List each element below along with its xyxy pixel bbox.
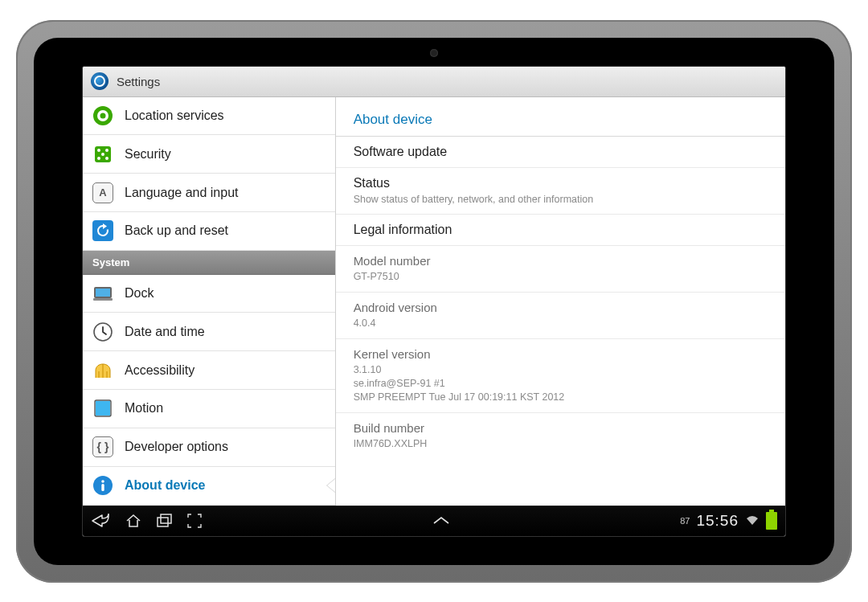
sidebar-item-date-time[interactable]: Date and time [83,313,335,351]
row-value: IMM76D.XXLPH [354,437,768,451]
dock-icon [92,283,113,304]
sidebar-item-location-services[interactable]: Location services [83,97,335,136]
row-title: Model number [354,254,768,268]
svg-rect-20 [161,514,171,523]
svg-rect-11 [96,289,110,297]
sidebar-item-label: Date and time [125,325,205,339]
back-button[interactable] [91,514,110,528]
expand-panel-button[interactable] [431,515,452,526]
app-header: Settings [83,67,785,97]
svg-point-2 [100,113,106,118]
system-navbar: 87 15:56 [83,506,785,536]
home-button[interactable] [125,514,142,528]
row-model-number: Model number GT-P7510 [336,246,785,293]
sidebar-item-label: Security [125,147,171,162]
row-title: Build number [354,421,768,435]
row-title: Android version [354,301,768,314]
sidebar-item-label: Dock [125,286,154,301]
backup-reset-icon [92,220,113,241]
row-kernel-version: Kernel version 3.1.10 se.infra@SEP-91 #1… [336,339,785,413]
sidebar-item-label: Location services [125,109,224,123]
row-title: Status [354,176,768,190]
row-software-update[interactable]: Software update [336,137,785,168]
svg-point-6 [101,153,104,156]
screenshot-button[interactable] [187,514,202,528]
motion-icon [92,398,113,419]
clock-icon [92,321,113,342]
developer-icon: { } [92,436,113,457]
sidebar-item-dock[interactable]: Dock [83,275,335,313]
row-subtitle: Show status of battery, network, and oth… [354,193,768,207]
svg-rect-19 [158,518,168,526]
content-title: About device [336,105,785,137]
svg-point-7 [97,157,100,160]
settings-gear-icon [91,72,108,90]
svg-rect-12 [93,298,113,301]
svg-point-17 [101,480,104,483]
sidebar-item-label: Back up and reset [125,223,228,238]
sidebar-item-backup-reset[interactable]: Back up and reset [83,212,335,251]
battery-icon [766,512,777,530]
sidebar-item-accessibility[interactable]: Accessibility [83,351,335,390]
battery-percentage: 87 [680,516,690,526]
sidebar-item-motion[interactable]: Motion [83,390,335,428]
svg-rect-15 [96,401,110,416]
sidebar-item-security[interactable]: Security [83,135,335,174]
sidebar-item-language-input[interactable]: A Language and input [83,174,335,212]
row-value: GT-P7510 [354,270,768,284]
row-android-version[interactable]: Android version 4.0.4 [336,293,785,339]
row-title: Software update [354,145,768,159]
accessibility-icon [92,360,113,381]
svg-rect-9 [92,220,113,241]
sidebar-item-label: About device [125,478,205,493]
location-icon [92,105,113,126]
row-build-number[interactable]: Build number IMM76D.XXLPH [336,413,785,459]
row-status[interactable]: Status Show status of battery, network, … [336,168,785,215]
sidebar-item-developer-options[interactable]: { } Developer options [83,428,335,467]
settings-sidebar: Location services Security A Language an… [83,97,336,506]
row-title: Kernel version [354,347,768,361]
sidebar-item-label: Developer options [125,440,228,454]
sidebar-item-label: Language and input [125,186,238,200]
row-value: 3.1.10 se.infra@SEP-91 #1 SMP PREEMPT Tu… [354,363,768,404]
svg-point-5 [105,149,108,152]
recent-apps-button[interactable] [157,514,173,528]
row-value: 4.0.4 [354,317,768,330]
svg-point-4 [97,149,100,152]
camera-hole [430,49,438,57]
sidebar-section-system: System [83,251,335,275]
row-legal-information[interactable]: Legal information [336,215,785,246]
language-icon: A [92,182,113,203]
settings-content: About device Software update Status Show… [336,97,785,506]
sidebar-item-about-device[interactable]: About device [83,467,335,506]
svg-point-8 [105,157,108,160]
wifi-icon [745,514,760,528]
security-icon [92,144,113,165]
clock-time[interactable]: 15:56 [696,512,739,530]
app-title: Settings [117,75,160,88]
info-icon [92,475,113,496]
sidebar-item-label: Accessibility [125,363,194,378]
sidebar-item-label: Motion [125,401,163,416]
row-title: Legal information [354,223,768,237]
svg-rect-18 [101,484,104,491]
